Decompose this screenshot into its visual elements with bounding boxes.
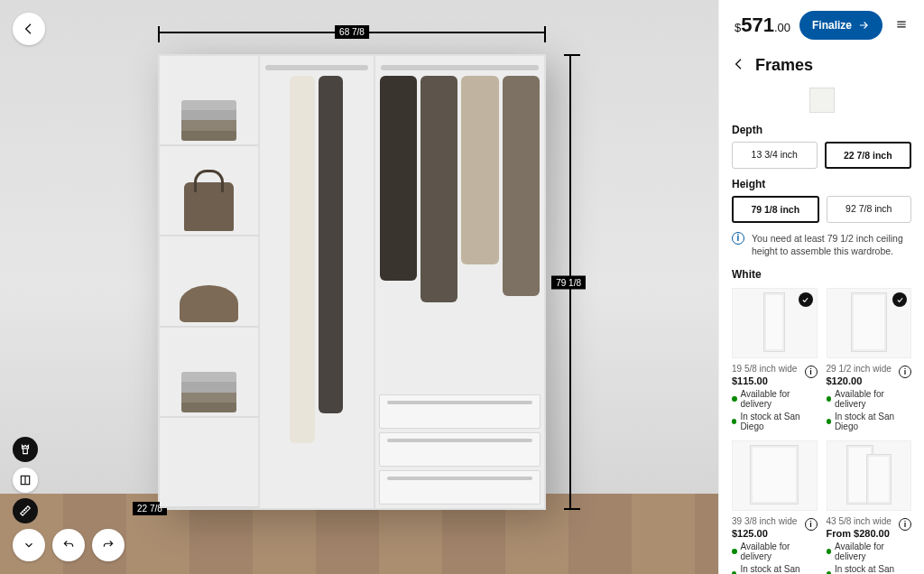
ceiling-info-note: i You need at least 79 1/2 inch ceiling … bbox=[719, 232, 924, 266]
color-section-label: White bbox=[719, 266, 924, 288]
product-stock: In stock at San Diego bbox=[827, 412, 912, 431]
product-delivery: Available for delivery bbox=[732, 389, 818, 409]
frame-product-card[interactable]: 43 5/8 inch wide From $280.00 i Availabl… bbox=[827, 440, 912, 574]
depth-option[interactable]: 13 3/4 inch bbox=[732, 142, 818, 169]
back-button[interactable] bbox=[13, 13, 45, 45]
product-stock: In stock at San Diego bbox=[732, 412, 818, 431]
undo-button[interactable] bbox=[52, 529, 85, 561]
arrow-left-icon bbox=[22, 22, 36, 36]
product-info-button[interactable]: i bbox=[805, 366, 818, 378]
product-price: From $280.00 bbox=[827, 528, 912, 539]
panel-title: Frames bbox=[755, 56, 813, 75]
dimension-width-label: 68 7/8 bbox=[335, 25, 369, 39]
wardrobe-preview: 68 7/8 79 1/8 22 7/8 bbox=[158, 54, 546, 510]
redo-button[interactable] bbox=[92, 529, 125, 561]
arrow-right-icon bbox=[857, 19, 870, 32]
product-price: $125.00 bbox=[732, 528, 818, 539]
product-stock: In stock at San Diego bbox=[732, 564, 818, 574]
color-swatch[interactable] bbox=[809, 88, 835, 113]
product-delivery: Available for delivery bbox=[827, 542, 912, 561]
menu-button[interactable] bbox=[892, 14, 911, 37]
frame-product-card[interactable]: 29 1/2 inch wide $120.00 i Available for… bbox=[827, 288, 912, 431]
depth-option[interactable]: 22 7/8 inch bbox=[825, 142, 912, 169]
depth-label: Depth bbox=[719, 124, 924, 142]
height-option[interactable]: 92 7/8 inch bbox=[827, 196, 912, 223]
product-price: $120.00 bbox=[827, 375, 912, 386]
toggle-doors-button[interactable] bbox=[13, 468, 38, 493]
product-delivery: Available for delivery bbox=[827, 389, 912, 409]
toggle-measure-button[interactable] bbox=[13, 498, 38, 523]
arrow-left-icon bbox=[732, 57, 746, 71]
design-canvas[interactable]: 68 7/8 79 1/8 22 7/8 bbox=[0, 0, 718, 574]
total-price: $571.00 bbox=[735, 14, 790, 37]
expand-tools-button[interactable] bbox=[13, 529, 45, 561]
product-price: $115.00 bbox=[732, 375, 818, 386]
finalize-button[interactable]: Finalize bbox=[799, 11, 882, 40]
height-option[interactable]: 79 1/8 inch bbox=[732, 196, 819, 223]
side-panel: $571.00 Finalize Frames Depth 13 3/4 inc… bbox=[718, 0, 924, 574]
selected-check-icon bbox=[799, 292, 813, 307]
menu-icon bbox=[895, 18, 908, 31]
frame-product-card[interactable]: 39 3/8 inch wide $125.00 i Available for… bbox=[732, 440, 818, 574]
product-stock: In stock at San Diego bbox=[827, 564, 912, 574]
height-label: Height bbox=[719, 178, 924, 196]
info-icon: i bbox=[732, 232, 744, 245]
frame-product-card[interactable]: 19 5/8 inch wide $115.00 i Available for… bbox=[732, 288, 818, 431]
dimension-height-label: 79 1/8 bbox=[551, 275, 586, 289]
product-info-button[interactable]: i bbox=[805, 518, 818, 531]
product-delivery: Available for delivery bbox=[732, 542, 818, 561]
toggle-clothes-button[interactable] bbox=[13, 437, 38, 462]
panel-back-button[interactable] bbox=[732, 57, 746, 75]
canvas-tools bbox=[13, 437, 125, 561]
selected-check-icon bbox=[892, 292, 907, 307]
